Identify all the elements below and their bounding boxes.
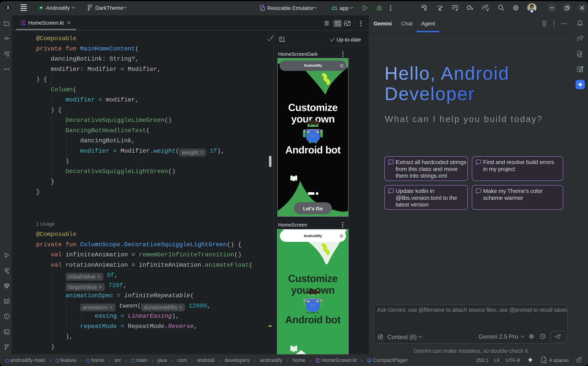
svg-text:A: A — [438, 7, 441, 12]
